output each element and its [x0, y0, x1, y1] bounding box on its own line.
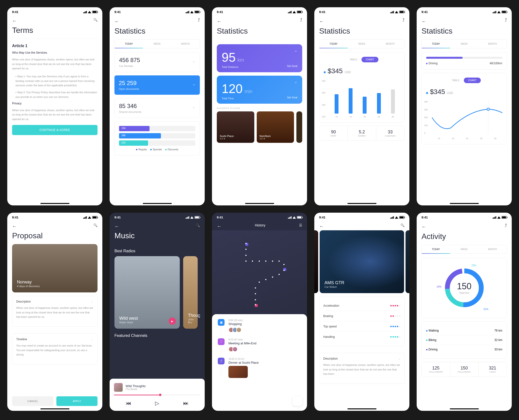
- tab-week[interactable]: WEEK: [143, 40, 171, 48]
- stat-card-shared-docs[interactable]: ⌄ 85 346 Shared documents: [115, 98, 200, 118]
- chevron-down-icon[interactable]: ⌄: [398, 357, 400, 360]
- toggle-table[interactable]: TABLE: [448, 78, 464, 83]
- tab-week[interactable]: WEEK: [348, 40, 376, 48]
- driving-label: Driving: [428, 62, 437, 65]
- chevron-down-icon[interactable]: ⌄: [91, 300, 93, 303]
- set-goal-link[interactable]: Set Goal: [287, 65, 297, 68]
- play-icon[interactable]: ▷: [155, 400, 159, 406]
- page-title: Statistics: [110, 26, 205, 39]
- timeline-item[interactable]: 🍴 10:02 (1:16 hr) Dinner at Sushi Place: [228, 358, 302, 378]
- stat-card-rentals[interactable]: ⌄ 456 875 Car Rentals: [115, 52, 200, 72]
- time-label: Total Time: [222, 97, 297, 100]
- description-text: When one door of happiness closes, anoth…: [323, 363, 400, 376]
- share-icon[interactable]: [198, 18, 200, 23]
- tab-week[interactable]: WEEK: [450, 245, 478, 254]
- share-icon[interactable]: [505, 223, 507, 228]
- back-icon[interactable]: [217, 224, 221, 227]
- bullet-icon: [426, 92, 428, 94]
- stat-card-open-docs[interactable]: ⌄ 25 259 Open documents: [115, 75, 200, 95]
- set-goal-link[interactable]: Set Goal: [287, 96, 297, 99]
- home-indicator[interactable]: [450, 203, 479, 204]
- locate-button[interactable]: ◎: [293, 396, 302, 406]
- prev-car-peek[interactable]: [314, 230, 318, 293]
- status-time: 9:41: [319, 10, 325, 14]
- tab-today[interactable]: TODAY: [422, 245, 450, 254]
- driving-progress-card: Driving 48/100km: [421, 52, 507, 70]
- album-art[interactable]: [114, 383, 123, 392]
- search-icon[interactable]: [400, 223, 404, 227]
- toggle-table[interactable]: TABLE: [345, 57, 362, 62]
- tab-today[interactable]: TODAY: [115, 40, 143, 48]
- back-icon[interactable]: [319, 19, 324, 22]
- home-indicator[interactable]: [348, 203, 377, 204]
- tab-month[interactable]: MONTH: [171, 40, 200, 48]
- tab-today[interactable]: TODAY: [422, 40, 450, 48]
- tab-month[interactable]: MONTH: [478, 40, 507, 48]
- place-card[interactable]: Sushi Place4.6 ★: [217, 111, 254, 143]
- page-title: Terms: [7, 25, 102, 39]
- chevron-down-icon[interactable]: ⌄: [91, 338, 93, 341]
- status-time: 9:41: [217, 216, 223, 219]
- toggle-chart[interactable]: CHART: [362, 57, 379, 62]
- home-indicator[interactable]: [450, 408, 479, 409]
- distance-label: Total Distance: [222, 66, 297, 68]
- stat-value: 456 875: [119, 57, 195, 64]
- status-time: 9:41: [12, 216, 18, 219]
- back-icon[interactable]: [115, 224, 119, 227]
- share-icon[interactable]: [402, 18, 404, 23]
- battery-icon: [297, 11, 302, 13]
- radio-card[interactable]: Wild west Robin Stark ▶: [115, 256, 180, 329]
- share-icon[interactable]: [198, 385, 200, 390]
- radio-card[interactable]: Though John Bro: [183, 256, 198, 329]
- play-icon[interactable]: ▶: [169, 317, 176, 325]
- legend-discounts: Discounts: [168, 148, 178, 151]
- toggle-chart[interactable]: CHART: [464, 78, 481, 83]
- battery-icon: [92, 216, 98, 219]
- back-icon[interactable]: [319, 224, 324, 227]
- back-icon[interactable]: [115, 19, 119, 22]
- tab-week[interactable]: WEEK: [450, 40, 478, 48]
- home-indicator[interactable]: [245, 203, 274, 204]
- back-icon[interactable]: [421, 19, 426, 22]
- continue-button[interactable]: CONTINUE & AGREE: [12, 125, 98, 135]
- search-icon[interactable]: [196, 223, 200, 227]
- back-icon[interactable]: [12, 224, 16, 227]
- previous-icon[interactable]: ⏮: [126, 400, 131, 406]
- cancel-button[interactable]: CANCEL: [12, 396, 54, 406]
- distance-card[interactable]: ⌄ 95km Total Distance Set Goal: [217, 44, 302, 72]
- tab-month[interactable]: MONTH: [376, 40, 404, 48]
- search-icon[interactable]: [93, 18, 98, 22]
- home-indicator[interactable]: [40, 408, 70, 409]
- wifi-icon: [88, 11, 91, 13]
- description-card: Description⌄ When one door of happiness …: [12, 296, 98, 327]
- back-icon[interactable]: [217, 19, 221, 22]
- share-icon[interactable]: [505, 18, 507, 23]
- next-car-peek[interactable]: [405, 230, 409, 293]
- hero-card[interactable]: Norway 4 days of discovery: [12, 244, 98, 292]
- food-icon: 🍴: [218, 358, 225, 364]
- back-icon[interactable]: [12, 18, 16, 22]
- tab-month[interactable]: MONTH: [478, 245, 507, 254]
- map[interactable]: /*route dots rendered below by JS*/: [212, 230, 307, 314]
- timeline-item[interactable]: ♡ 9:25 (47 min) Meeting at Mile-End: [228, 338, 302, 352]
- next-icon[interactable]: ⏭: [183, 400, 188, 406]
- svg-point-1: [487, 108, 489, 110]
- search-icon[interactable]: [93, 223, 98, 227]
- place-card[interactable]: NomNom3.8 ★: [257, 111, 294, 143]
- share-icon[interactable]: [300, 18, 302, 23]
- home-indicator[interactable]: [143, 203, 172, 204]
- back-icon[interactable]: [421, 224, 426, 227]
- seek-bar[interactable]: [114, 395, 200, 395]
- home-indicator[interactable]: [40, 203, 70, 204]
- time-card[interactable]: ⌄ 120min Total Time Set Goal: [217, 76, 302, 104]
- legend-specials: Specials: [153, 148, 162, 151]
- line-chart: [432, 101, 502, 134]
- car-hero[interactable]: AMS GTR Car Maker: [320, 230, 404, 293]
- filter-icon[interactable]: [299, 223, 302, 227]
- home-indicator[interactable]: [348, 408, 377, 409]
- place-card[interactable]: [296, 111, 302, 143]
- apply-button[interactable]: APPLY: [56, 396, 98, 406]
- tab-today[interactable]: TODAY: [319, 40, 348, 48]
- signal-icon: [390, 216, 394, 219]
- timeline-item[interactable]: ▣ 9:00 (25 min) Shopping: [228, 319, 302, 332]
